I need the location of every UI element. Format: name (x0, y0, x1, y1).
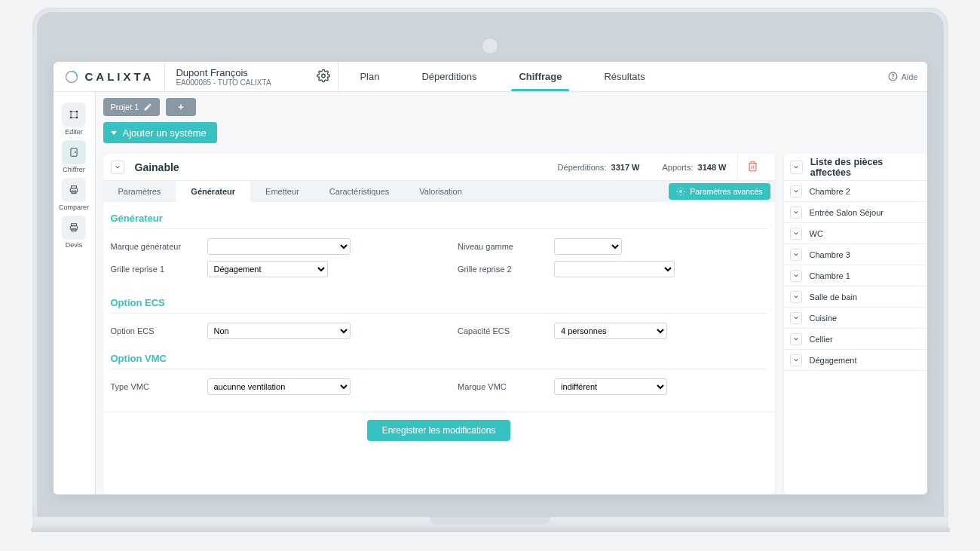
rooms-panel: Liste des pièces affectées Chambre 2 Ent… (784, 154, 927, 494)
nav-tab-chiffrage[interactable]: Chiffrage (498, 62, 583, 91)
marque-vmc-label: Marque VMC (458, 382, 548, 391)
room-item[interactable]: Cellier (784, 329, 927, 350)
plus-icon (176, 103, 185, 112)
room-item[interactable]: WC (784, 223, 927, 244)
marque-generateur-label: Marque générateur (111, 242, 201, 251)
svg-rect-8 (71, 148, 77, 157)
help-label: Aide (901, 72, 917, 81)
rooms-title: Liste des pièces affectées (810, 157, 921, 178)
side-chiffrer[interactable]: Chiffrer (58, 140, 90, 173)
side-editer[interactable]: Editer (58, 103, 90, 136)
rooms-collapse-toggle[interactable] (790, 161, 803, 174)
collapse-toggle[interactable] (111, 161, 124, 174)
content-row: Gainable Déperditions: 3317 W Apports: 3… (96, 148, 927, 494)
help-link[interactable]: Aide (879, 72, 926, 81)
grille1-select[interactable]: Dégagement (207, 261, 328, 277)
chevron-down-icon[interactable] (790, 291, 802, 303)
marque-vmc-select[interactable]: indifférent (554, 378, 667, 395)
generator-section-title: Générateur (111, 208, 767, 228)
svg-point-3 (893, 78, 894, 79)
trash-icon (747, 161, 758, 172)
add-project-button[interactable] (166, 98, 196, 116)
subtab-parametres[interactable]: Paramètres (103, 181, 176, 202)
side-comparer[interactable]: Comparer (58, 178, 90, 211)
project-chip[interactable]: Projet 1 (103, 98, 161, 116)
nav-tab-deperditions[interactable]: Déperditions (400, 62, 498, 91)
subtab-emetteur[interactable]: Emetteur (250, 181, 314, 202)
system-stats: Déperditions: 3317 W Apports: 3148 W (558, 163, 727, 172)
capacite-ecs-label: Capacité ECS (458, 326, 548, 335)
marque-generateur-select[interactable] (207, 238, 351, 255)
subtab-valorisation[interactable]: Valorisation (404, 181, 477, 202)
save-button[interactable]: Enregistrer les modifications (367, 420, 511, 441)
project-ref: EA000085 - TUTO CALIXTA (176, 78, 327, 87)
add-system-button[interactable]: Ajouter un système (103, 122, 217, 143)
help-icon (888, 72, 898, 81)
room-item[interactable]: Cuisine (784, 308, 927, 329)
option-ecs-label: Option ECS (111, 326, 201, 335)
client-name: Dupont François (176, 67, 327, 78)
brand-name: CALIXTA (85, 70, 155, 83)
grille2-select[interactable] (554, 261, 675, 277)
nav-tabs: Plan Déperditions Chiffrage Résultats (338, 62, 879, 91)
room-item[interactable]: Chambre 3 (784, 244, 927, 265)
main-area: Projet 1 Ajouter un système (96, 92, 927, 494)
grille1-label: Grille reprise 1 (111, 265, 201, 274)
nav-tab-plan[interactable]: Plan (338, 62, 400, 91)
ecs-section-title: Option ECS (111, 292, 767, 313)
system-title: Gainable (135, 161, 179, 173)
delete-system-button[interactable] (747, 161, 758, 174)
type-vmc-select[interactable]: aucunne ventilation (207, 378, 351, 395)
chevron-down-icon[interactable] (790, 185, 802, 197)
top-bar: CALIXTA Dupont François EA000085 - TUTO … (54, 62, 927, 92)
advanced-params-button[interactable]: Paramètres avancés (669, 183, 770, 200)
capacite-ecs-select[interactable]: 4 personnes (554, 323, 667, 339)
system-header: Gainable Déperditions: 3317 W Apports: 3… (103, 154, 775, 181)
pencil-icon (143, 103, 152, 112)
door-icon (69, 146, 79, 158)
system-panel: Gainable Déperditions: 3317 W Apports: 3… (103, 154, 775, 494)
grille2-label: Grille reprise 2 (458, 265, 548, 274)
brand: CALIXTA (54, 62, 166, 91)
subtab-generateur[interactable]: Générateur (176, 181, 250, 202)
printer-icon (68, 222, 80, 233)
side-devis[interactable]: Devis (58, 216, 90, 249)
app-window: CALIXTA Dupont François EA000085 - TUTO … (54, 62, 927, 494)
subtab-caracteristiques[interactable]: Caractéristiques (314, 181, 404, 202)
form-area: Générateur Marque générateur Niveau gamm… (103, 202, 775, 407)
edit-grid-icon (68, 109, 80, 121)
room-item[interactable]: Dégagement (784, 350, 927, 371)
nav-tab-resultats[interactable]: Résultats (583, 62, 666, 91)
room-item[interactable]: Entrée Salon Séjour (784, 202, 927, 223)
svg-point-9 (75, 152, 75, 152)
brand-logo-icon (64, 69, 79, 84)
room-item[interactable]: Chambre 2 (784, 181, 927, 202)
niveau-gamme-label: Niveau gamme (458, 242, 548, 251)
chevron-down-icon[interactable] (790, 333, 802, 345)
chevron-down-icon[interactable] (790, 354, 802, 366)
chevron-down-icon[interactable] (790, 207, 802, 219)
chevron-down-icon[interactable] (790, 249, 802, 261)
type-vmc-label: Type VMC (111, 382, 201, 391)
printer-icon (68, 185, 80, 195)
rooms-list: Chambre 2 Entrée Salon Séjour WC Chambre… (784, 181, 927, 371)
option-ecs-select[interactable]: Non (207, 323, 351, 339)
vmc-section-title: Option VMC (111, 348, 767, 369)
project-toolbar: Projet 1 (96, 92, 927, 122)
chevron-down-icon[interactable] (790, 270, 802, 282)
project-info: Dupont François EA000085 - TUTO CALIXTA (165, 62, 338, 91)
gear-icon (676, 187, 685, 196)
chevron-down-icon[interactable] (790, 312, 802, 324)
svg-point-1 (322, 74, 326, 78)
chevron-down-icon[interactable] (790, 228, 802, 240)
left-sidebar: Editer Chiffrer Comparer Devis (54, 92, 96, 494)
niveau-gamme-select[interactable] (554, 238, 622, 255)
room-item[interactable]: Salle de bain (784, 286, 927, 308)
gear-icon[interactable] (317, 69, 330, 84)
room-item[interactable]: Chambre 1 (784, 265, 927, 286)
subtabs: Paramètres Générateur Emetteur Caractéri… (103, 181, 775, 202)
caret-down-icon (111, 131, 117, 135)
svg-point-16 (680, 191, 682, 193)
